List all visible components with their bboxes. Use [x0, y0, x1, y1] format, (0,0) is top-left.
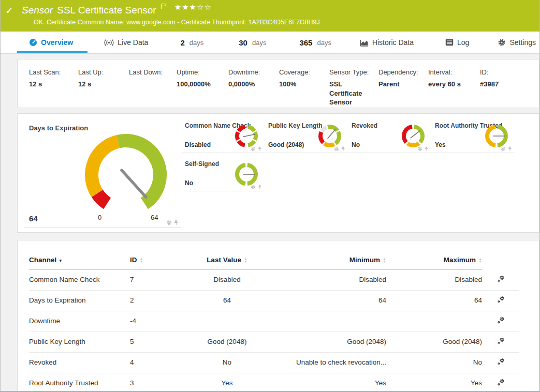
info-value: every 60 s: [428, 80, 476, 89]
sensor-info-strip: Last Scan: 12 s Last Up: 12 s Last Down:…: [17, 59, 539, 108]
public-key-length-gauge-chart: [317, 124, 342, 148]
channel-name-cell: Days to Expiration: [29, 290, 130, 311]
info-sensor-type: Sensor Type: SSL Certificate Sensor: [329, 68, 378, 108]
gauge-title: Self-Signed: [185, 160, 219, 168]
info-label: Dependency:: [378, 68, 424, 76]
pin-icon[interactable]: [425, 146, 429, 152]
info-coverage: Coverage: 100%: [279, 68, 329, 108]
sort-icon: ▲▼: [140, 258, 143, 263]
channel-name-cell: Revoked: [29, 352, 130, 373]
gauge-root-authority-trusted: Root Authority Trusted Yes: [432, 119, 515, 153]
object-kind-label: Sensor: [22, 5, 53, 16]
info-label: Downtime:: [228, 68, 275, 76]
log-icon: [445, 39, 454, 46]
flag-icon[interactable]: [160, 2, 166, 11]
gauge-gear-icon[interactable]: [251, 146, 256, 152]
channel-settings-gears-icon[interactable]: [497, 337, 505, 347]
tab-settings[interactable]: Settings: [498, 32, 536, 53]
table-row[interactable]: Common Name Check7DisabledDisabledDisabl…: [29, 270, 519, 291]
last-value-cell: 64: [179, 290, 275, 311]
channel-settings-gears-icon[interactable]: [497, 357, 505, 368]
last-value-cell: [179, 311, 275, 331]
info-value: 0,0000%: [228, 80, 275, 89]
column-header-last-value[interactable]: Last Value▲▼: [179, 253, 275, 270]
tab-log[interactable]: Log: [445, 32, 469, 53]
info-label: Sensor Type:: [329, 68, 374, 76]
tab-live-data-label: Live Data: [118, 38, 148, 47]
column-header-id[interactable]: ID▲▼: [130, 253, 179, 270]
gauge-gear-icon[interactable]: [251, 185, 256, 190]
pin-icon[interactable]: [258, 185, 262, 190]
channels-table: Channel▾ ID▲▼ Last Value▲▼ Minimum▲▼ Max…: [29, 253, 519, 392]
tab-2-days[interactable]: 2 days: [180, 32, 203, 53]
column-header-actions: [482, 253, 519, 270]
minimum-cell: Disabled: [275, 270, 386, 291]
info-value: 100,0000%: [177, 80, 224, 89]
tab-2-days-unit: days: [189, 39, 203, 47]
sort-icon: ▲▼: [383, 258, 386, 263]
column-header-minimum[interactable]: Minimum▲▼: [275, 253, 386, 270]
tab-historic-data-label: Historic Data: [372, 38, 414, 47]
maximum-cell: No: [386, 352, 482, 373]
table-row[interactable]: Downtime-4: [29, 311, 519, 331]
table-row[interactable]: Days to Expiration2646464: [29, 290, 519, 311]
channel-settings-gears-icon[interactable]: [497, 378, 505, 388]
tab-overview[interactable]: Overview: [29, 32, 73, 53]
channel-settings-cell: [482, 331, 519, 352]
last-value-cell: Yes: [179, 373, 275, 392]
channel-settings-gears-icon[interactable]: [497, 275, 505, 285]
gauge-gear-icon[interactable]: [501, 146, 506, 152]
channel-settings-cell: [482, 373, 519, 392]
channel-name-cell: Public Key Length: [29, 331, 130, 352]
info-value: 100%: [279, 80, 325, 89]
gauge-current-value: Disabled: [185, 141, 211, 148]
column-label: Last Value: [207, 256, 241, 264]
tab-365-days[interactable]: 365 days: [299, 32, 331, 53]
days-to-expiration-gauge-chart: [71, 128, 180, 217]
tab-live-data[interactable]: Live Data: [104, 32, 148, 53]
info-downtime: Downtime: 0,0000%: [228, 68, 279, 108]
pin-icon[interactable]: [258, 146, 262, 152]
column-header-channel[interactable]: Channel▾: [29, 253, 130, 270]
pin-icon[interactable]: [508, 146, 512, 152]
info-value: Parent: [378, 80, 424, 89]
channels-panel: Channel▾ ID▲▼ Last Value▲▼ Minimum▲▼ Max…: [17, 240, 539, 392]
maximum-cell: Yes: [386, 373, 482, 392]
gauge-days-to-expiration: Days to Expiration 64 0 64: [24, 119, 181, 228]
pin-icon[interactable]: [174, 220, 179, 225]
pin-icon[interactable]: [341, 146, 345, 152]
info-interval: Interval: every 60 s: [428, 68, 480, 108]
info-value: 12 s: [78, 80, 125, 89]
info-last-scan: Last Scan: 12 s: [29, 68, 78, 108]
minimum-cell: Unable to check revocation...: [275, 352, 386, 373]
gauge-common-name-check: Common Name Check Disabled: [182, 119, 265, 153]
gauge-gear-icon[interactable]: [417, 146, 422, 152]
maximum-cell: [386, 311, 482, 331]
channel-settings-gears-icon[interactable]: [497, 316, 505, 326]
column-label: Channel: [29, 256, 56, 264]
priority-star-rating[interactable]: ★★★☆☆: [174, 3, 212, 12]
table-row[interactable]: Public Key Length5Good (2048)Good (2048)…: [29, 331, 519, 352]
minimum-cell: 64: [275, 290, 386, 311]
tab-365-days-number: 365: [299, 38, 312, 47]
sensor-header: ✓ Sensor SSL Certificate Sensor ★★★☆☆ OK…: [0, 0, 540, 32]
channel-settings-cell: [482, 311, 519, 331]
tab-historic-data[interactable]: Historic Data: [360, 32, 414, 53]
gauge-revoked: Revoked No: [349, 119, 432, 153]
gauge-public-key-length: Public Key Length Good (2048): [266, 119, 348, 153]
last-value-cell: Good (2048): [179, 331, 275, 352]
tab-30-days-number: 30: [239, 38, 247, 47]
tab-30-days[interactable]: 30 days: [239, 32, 266, 53]
gauge-gear-icon[interactable]: [334, 146, 339, 152]
maximum-cell: Good (2048): [386, 331, 482, 352]
table-row[interactable]: Root Authority Trusted3YesYesYes: [29, 373, 519, 392]
channel-settings-gears-icon[interactable]: [497, 295, 505, 306]
minimum-cell: Yes: [275, 373, 386, 392]
gauge-scale-max: 64: [151, 214, 158, 221]
minimum-cell: Good (2048): [275, 331, 386, 352]
column-header-maximum[interactable]: Maximum▲▼: [386, 253, 482, 270]
table-row[interactable]: Revoked4NoUnable to check revocation...N…: [29, 352, 519, 373]
live-data-icon: [104, 39, 114, 47]
gauge-icon: [29, 38, 37, 47]
gauge-gear-icon[interactable]: [166, 220, 172, 225]
